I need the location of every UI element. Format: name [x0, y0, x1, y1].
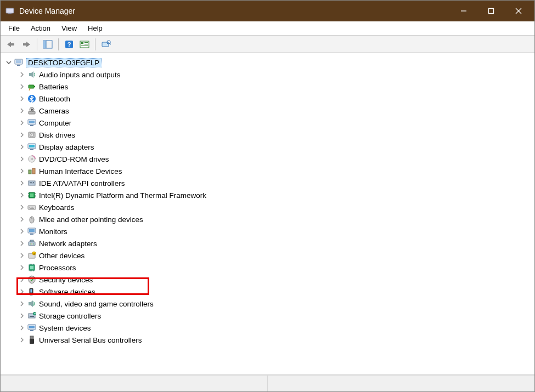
tree-category-node[interactable]: Sound, video and game controllers: [16, 298, 532, 310]
svg-rect-23: [17, 65, 20, 66]
tree-category-label: Universal Serial Bus controllers: [39, 336, 142, 344]
tree-category-label: Security devices: [39, 276, 93, 284]
svg-rect-22: [16, 60, 21, 63]
chip-icon: [27, 190, 37, 200]
menu-action[interactable]: Action: [25, 22, 56, 34]
expander-closed-icon[interactable]: [18, 312, 26, 320]
expander-closed-icon[interactable]: [18, 83, 26, 90]
tree-category-label: Bluetooth: [39, 95, 70, 103]
expander-closed-icon[interactable]: [18, 179, 26, 187]
tree-category-node[interactable]: Intel(R) Dynamic Platform and Thermal Fr…: [16, 189, 532, 201]
expander-closed-icon[interactable]: [18, 203, 26, 211]
back-button[interactable]: [4, 37, 18, 52]
tree-category-node[interactable]: Disk drives: [16, 129, 532, 141]
tree-category-node[interactable]: ! Other devices: [16, 249, 532, 262]
window-title: Device Manager: [19, 7, 450, 15]
svg-rect-92: [30, 330, 33, 331]
scan-button[interactable]: [99, 37, 113, 52]
tree-category-node[interactable]: System devices: [16, 322, 532, 334]
tree-category-node[interactable]: Computer: [16, 117, 532, 129]
tree-category-label: Monitors: [39, 228, 67, 236]
tree-category-node[interactable]: Storage controllers: [16, 310, 532, 322]
svg-rect-15: [85, 42, 88, 43]
svg-rect-47: [33, 182, 34, 183]
tree-root-node[interactable]: DESKTOP-O3FGFLP: [3, 56, 532, 69]
dvd-icon: [27, 154, 37, 164]
ide-icon: [27, 178, 37, 188]
expander-closed-icon[interactable]: [18, 336, 26, 344]
svg-rect-32: [29, 121, 35, 123]
help-button[interactable]: ?: [62, 37, 76, 52]
svg-rect-61: [30, 208, 34, 209]
expander-closed-icon[interactable]: [18, 95, 26, 103]
tree-category-node[interactable]: Network adapters: [16, 237, 532, 249]
close-button[interactable]: [505, 1, 532, 21]
expander-closed-icon[interactable]: [18, 276, 26, 283]
device-tree[interactable]: DESKTOP-O3FGFLP Audio inputs and outputs…: [1, 53, 534, 375]
menu-help[interactable]: Help: [82, 22, 108, 34]
expander-closed-icon[interactable]: [18, 155, 26, 163]
tree-category-node[interactable]: Universal Serial Bus controllers: [16, 334, 532, 346]
tree-category-node[interactable]: Security devices: [16, 274, 532, 286]
audio-icon: [27, 70, 37, 79]
forward-arrow-icon: [21, 41, 31, 48]
forward-button[interactable]: [19, 37, 33, 52]
monitor-icon: [27, 118, 37, 128]
tree-category-label: Software devices: [39, 288, 95, 296]
properties-button[interactable]: [77, 37, 92, 52]
monitor-icon: [27, 226, 37, 236]
svg-rect-95: [32, 337, 33, 338]
keyboard-icon: [27, 202, 37, 212]
expander-closed-icon[interactable]: [18, 264, 26, 271]
expander-closed-icon[interactable]: [18, 228, 26, 235]
expander-closed-icon[interactable]: [18, 167, 26, 175]
tree-category-node[interactable]: Bluetooth: [16, 93, 532, 105]
svg-point-71: [33, 243, 34, 245]
tree-category-node[interactable]: Monitors: [16, 225, 532, 237]
svg-rect-91: [29, 326, 35, 328]
expander-closed-icon[interactable]: [18, 131, 26, 139]
svg-point-88: [33, 313, 36, 315]
expander-closed-icon[interactable]: [18, 288, 26, 296]
expander-closed-icon[interactable]: [18, 191, 26, 199]
hid-icon: [27, 166, 37, 176]
expander-closed-icon[interactable]: [18, 71, 26, 78]
svg-rect-94: [31, 337, 32, 338]
tree-category-label: Keyboards: [39, 203, 75, 212]
svg-rect-33: [30, 125, 33, 126]
expander-closed-icon[interactable]: [18, 107, 26, 115]
tree-category-node[interactable]: IDE ATA/ATAPI controllers: [16, 177, 532, 189]
expander-closed-icon[interactable]: [18, 324, 26, 332]
svg-line-20: [110, 43, 111, 44]
expander-closed-icon[interactable]: [18, 252, 26, 259]
tree-category-label: System devices: [39, 324, 91, 332]
tree-category-node[interactable]: Software devices: [16, 286, 532, 298]
maximize-button[interactable]: [477, 1, 505, 21]
minimize-button[interactable]: [450, 1, 477, 21]
tree-category-node[interactable]: Keyboards: [16, 201, 532, 213]
tree-category-node[interactable]: DVD/CD-ROM drives: [16, 153, 532, 165]
tree-category-node[interactable]: Human Interface Devices: [16, 165, 532, 177]
tree-category-node[interactable]: Mice and other pointing devices: [16, 213, 532, 225]
computer-icon: [14, 58, 24, 67]
tree-category-node[interactable]: Audio inputs and outputs: [16, 69, 532, 81]
tree-category-node[interactable]: Batteries: [16, 81, 532, 93]
expander-closed-icon[interactable]: [18, 119, 26, 127]
tree-category-node[interactable]: Display adapters: [16, 141, 532, 153]
menu-file[interactable]: File: [3, 22, 25, 34]
app-icon: [5, 6, 15, 16]
expander-closed-icon[interactable]: [18, 240, 26, 247]
svg-point-70: [31, 243, 32, 245]
display-icon: [27, 142, 37, 152]
expander-closed-icon[interactable]: [18, 300, 26, 308]
svg-rect-68: [30, 240, 33, 242]
tree-category-node[interactable]: Processors: [16, 262, 532, 274]
tree-category-label: Audio inputs and outputs: [39, 71, 121, 79]
show-hide-tree-button[interactable]: [41, 37, 55, 52]
expander-closed-icon[interactable]: [18, 215, 26, 223]
menu-view[interactable]: View: [56, 22, 82, 34]
expander-closed-icon[interactable]: [18, 143, 26, 151]
svg-rect-3: [489, 9, 494, 14]
tree-category-node[interactable]: Cameras: [16, 105, 532, 117]
expander-open-icon[interactable]: [5, 59, 13, 66]
